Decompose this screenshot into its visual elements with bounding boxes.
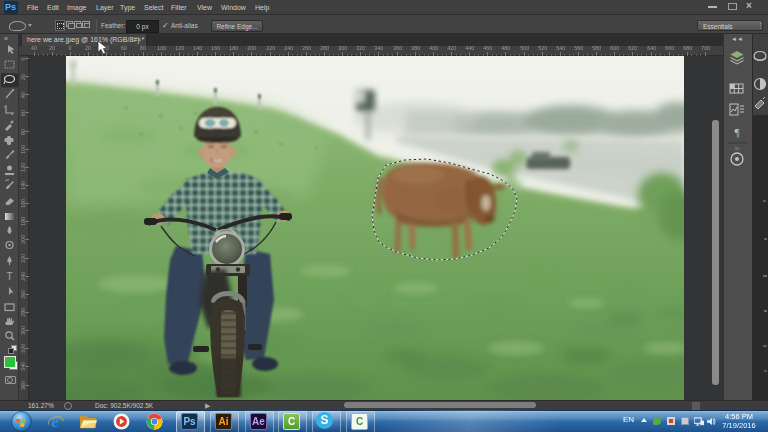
svg-text:¶: ¶ <box>735 126 740 138</box>
svg-text:T: T <box>6 271 12 282</box>
svg-text:e: e <box>51 412 59 431</box>
svg-text:3D: 3D <box>734 146 739 151</box>
